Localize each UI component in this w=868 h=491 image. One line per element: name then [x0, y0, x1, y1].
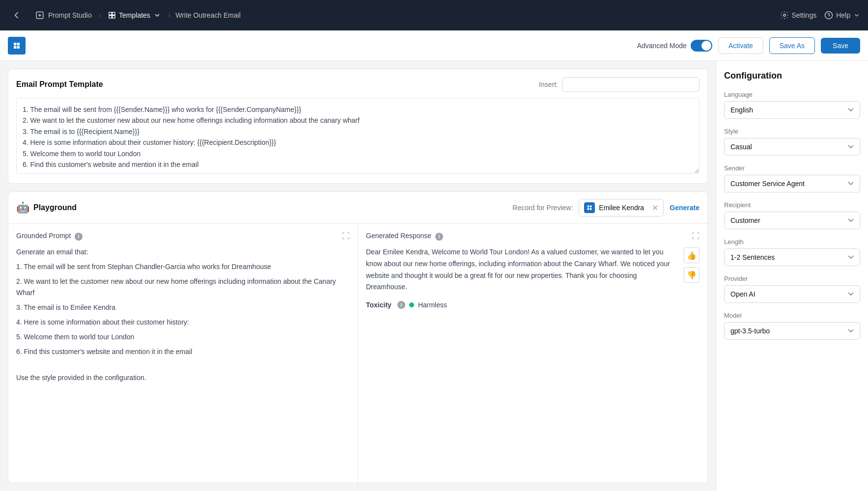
help-label: Help: [836, 11, 850, 19]
svg-rect-3: [109, 16, 112, 18]
grounded-prompt-panel: Grounded Prompt i ⛶ Generate an email th…: [8, 224, 358, 486]
nav-settings-button[interactable]: Settings: [780, 11, 817, 20]
language-select[interactable]: English Spanish French German: [724, 101, 860, 119]
generated-response-label: Generated Response i: [366, 232, 443, 241]
model-label: Model: [724, 312, 860, 319]
svg-rect-7: [14, 43, 16, 45]
record-preview-row: Record for Preview: Emilee Kendra ✕ Gene…: [512, 199, 700, 217]
nav-right: Settings Help: [780, 11, 860, 20]
record-input-wrap[interactable]: Emilee Kendra ✕: [579, 199, 664, 217]
recipient-field: Recipient Customer Lead Contact: [724, 201, 860, 229]
settings-label: Settings: [792, 11, 817, 19]
advanced-mode-toggle[interactable]: [691, 40, 712, 52]
model-select[interactable]: gpt-3.5-turbo gpt-4 gpt-4-turbo: [724, 322, 860, 340]
save-as-button[interactable]: Save As: [769, 37, 815, 54]
email-template-header: Email Prompt Template Insert: 🔍: [16, 77, 700, 92]
length-label: Length: [724, 238, 860, 246]
length-field: Length 1-2 Sentences 1 Paragraph 2 Parag…: [724, 238, 860, 266]
save-button[interactable]: Save: [821, 38, 860, 54]
email-template-card: Email Prompt Template Insert: 🔍 1. The e…: [8, 69, 708, 184]
thumbs-up-button[interactable]: 👍: [684, 247, 700, 263]
thumbs-down-button[interactable]: 👎: [684, 267, 700, 283]
email-template-title: Email Prompt Template: [16, 80, 103, 89]
svg-rect-1: [109, 12, 112, 15]
advanced-mode-row: Advanced Mode: [637, 40, 712, 52]
svg-rect-8: [17, 43, 20, 45]
activate-button[interactable]: Activate: [718, 37, 763, 54]
playground-title: Playground: [33, 203, 77, 212]
sender-select[interactable]: Customer Service Agent Sales Rep Manager: [724, 175, 860, 192]
config-sidebar: Configuration Language English Spanish F…: [716, 61, 868, 491]
language-field: Language English Spanish French German: [724, 91, 860, 119]
svg-rect-2: [112, 12, 115, 15]
record-type-icon: [584, 202, 595, 213]
provider-field: Provider Open AI Azure Anthropic: [724, 275, 860, 303]
record-clear-button[interactable]: ✕: [652, 203, 658, 213]
generated-response-header: Generated Response i ⛶: [366, 232, 700, 241]
recipient-label: Recipient: [724, 201, 860, 209]
grounded-prompt-expand-icon[interactable]: ⛶: [342, 232, 350, 241]
svg-rect-11: [588, 206, 589, 208]
toxicity-info-icon[interactable]: i: [397, 301, 405, 309]
grounded-prompt-label: Grounded Prompt i: [16, 232, 83, 241]
content-area: Email Prompt Template Insert: 🔍 1. The e…: [0, 61, 716, 491]
insert-row: Insert: 🔍: [539, 77, 700, 92]
svg-rect-14: [590, 208, 592, 210]
playground-split: Grounded Prompt i ⛶ Generate an email th…: [8, 224, 707, 486]
recipient-select[interactable]: Customer Lead Contact: [724, 212, 860, 229]
provider-select[interactable]: Open AI Azure Anthropic: [724, 285, 860, 303]
write-outreach-label: Write Outreach Email: [175, 11, 241, 19]
feedback-icons: 👍 👎: [684, 247, 700, 283]
main-layout: Email Prompt Template Insert: 🔍 1. The e…: [0, 61, 868, 491]
template-icon-button[interactable]: [8, 37, 26, 55]
template-textarea[interactable]: 1. The email will be sent from {{{Sender…: [16, 98, 700, 174]
breadcrumb-separator-2: ›: [168, 11, 170, 20]
insert-label: Insert:: [539, 81, 558, 88]
generated-response-text: Dear Emilee Kendra, Welcome to World Tou…: [366, 246, 700, 293]
svg-point-5: [783, 14, 785, 17]
grounded-prompt-header: Grounded Prompt i ⛶: [16, 232, 350, 241]
toxicity-label: Toxicity: [366, 301, 392, 309]
nav-write-outreach[interactable]: Write Outreach Email: [171, 11, 245, 19]
toxicity-value: Harmless: [418, 301, 447, 309]
grounded-prompt-text: Generate an email that: 1. The email wil…: [16, 246, 350, 384]
record-label: Record for Preview:: [512, 204, 573, 212]
back-button[interactable]: [8, 6, 26, 24]
svg-rect-10: [17, 46, 20, 48]
config-title: Configuration: [724, 71, 860, 81]
playground-header: 🤖 Playground Record for Preview: Emilee …: [8, 192, 707, 224]
toolbar: Advanced Mode Activate Save As Save: [0, 30, 868, 61]
svg-rect-9: [14, 46, 16, 48]
record-name: Emilee Kendra: [599, 204, 648, 212]
advanced-mode-label: Advanced Mode: [637, 42, 687, 50]
prompt-studio-label: Prompt Studio: [48, 11, 92, 19]
svg-rect-4: [112, 16, 115, 18]
model-field: Model gpt-3.5-turbo gpt-4 gpt-4-turbo: [724, 312, 860, 340]
sender-field: Sender Customer Service Agent Sales Rep …: [724, 164, 860, 192]
sender-label: Sender: [724, 164, 860, 172]
breadcrumb-separator-1: ›: [99, 11, 101, 20]
generated-response-panel: Generated Response i ⛶ Dear Emilee Kendr…: [358, 224, 707, 486]
generate-button[interactable]: Generate: [670, 204, 700, 212]
nav-prompt-studio[interactable]: Prompt Studio: [29, 11, 98, 20]
style-select[interactable]: Casual Formal Professional: [724, 138, 860, 156]
nav-help-button[interactable]: Help: [824, 11, 860, 20]
provider-label: Provider: [724, 275, 860, 282]
language-label: Language: [724, 91, 860, 98]
style-label: Style: [724, 128, 860, 135]
nav-templates[interactable]: Templates: [102, 11, 167, 19]
generated-response-expand-icon[interactable]: ⛶: [692, 232, 700, 241]
svg-rect-13: [588, 208, 589, 210]
length-select[interactable]: 1-2 Sentences 1 Paragraph 2 Paragraphs: [724, 248, 860, 266]
playground-icon: 🤖: [16, 201, 29, 214]
generated-response-info-icon[interactable]: i: [435, 233, 443, 241]
playground-card: 🤖 Playground Record for Preview: Emilee …: [8, 191, 708, 483]
insert-search-wrap: 🔍: [562, 77, 700, 92]
templates-label: Templates: [119, 11, 150, 19]
grounded-prompt-info-icon[interactable]: i: [75, 233, 83, 241]
insert-search-input[interactable]: [562, 77, 700, 92]
style-field: Style Casual Formal Professional: [724, 128, 860, 156]
top-nav: Prompt Studio › Templates › Write Outrea…: [0, 0, 868, 30]
svg-rect-12: [590, 206, 592, 208]
toxicity-row: Toxicity i Harmless: [366, 301, 700, 309]
